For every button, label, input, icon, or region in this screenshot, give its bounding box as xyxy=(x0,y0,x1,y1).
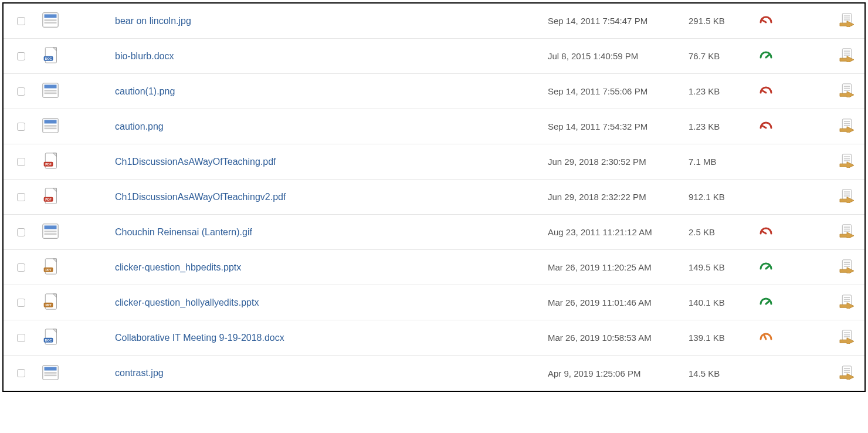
accessibility-gauge-icon[interactable] xyxy=(759,224,773,240)
file-modified: Sep 14, 2011 7:55:06 PM xyxy=(548,86,689,96)
file-row: bear on lincoln.jpgSep 14, 2011 7:54:47 … xyxy=(4,4,864,39)
svg-line-2 xyxy=(762,91,766,93)
file-size: 140.1 KB xyxy=(689,297,759,307)
pptx-file-icon xyxy=(42,258,59,276)
row-checkbox[interactable] xyxy=(17,17,25,25)
file-size: 1.23 KB xyxy=(689,121,759,131)
docx-file-icon xyxy=(42,329,59,347)
alternative-formats-icon[interactable] xyxy=(839,330,855,346)
file-name-link[interactable]: Chouchin Reinensai (Lantern).gif xyxy=(115,227,252,237)
row-checkbox[interactable] xyxy=(17,193,25,201)
row-checkbox[interactable] xyxy=(17,334,25,342)
file-size: 912.1 KB xyxy=(689,192,759,202)
file-modified: Apr 9, 2019 1:25:06 PM xyxy=(548,368,689,378)
row-checkbox[interactable] xyxy=(17,87,25,96)
alternative-formats-icon[interactable] xyxy=(839,48,855,64)
file-modified: Mar 26, 2019 11:01:46 AM xyxy=(548,297,689,307)
accessibility-gauge-icon[interactable] xyxy=(759,295,773,310)
image-file-icon xyxy=(42,117,59,136)
file-name-link[interactable]: contrast.jpg xyxy=(115,368,164,378)
file-row: Ch1DiscussionAsAWayOfTeaching.pdfJun 29,… xyxy=(4,144,864,180)
row-checkbox[interactable] xyxy=(17,369,25,377)
file-modified: Jun 29, 2018 2:30:52 PM xyxy=(548,157,689,167)
accessibility-gauge-icon[interactable] xyxy=(759,330,773,346)
image-file-icon xyxy=(42,364,59,383)
file-modified: Jul 8, 2015 1:40:59 PM xyxy=(548,51,689,61)
file-name-link[interactable]: bear on lincoln.jpg xyxy=(115,16,191,26)
file-name-link[interactable]: caution(1).png xyxy=(115,86,175,96)
file-row: clicker-question_hbpedits.pptxMar 26, 20… xyxy=(4,250,864,285)
file-name-link[interactable]: bio-blurb.docx xyxy=(115,51,174,61)
accessibility-gauge-icon[interactable] xyxy=(759,259,773,275)
image-file-icon xyxy=(42,12,59,30)
accessibility-gauge-icon[interactable] xyxy=(759,48,773,64)
alternative-formats-icon[interactable] xyxy=(839,295,855,310)
file-modified: Sep 14, 2011 7:54:47 PM xyxy=(548,16,689,26)
file-row: Ch1DiscussionAsAWayOfTeachingv2.pdfJun 2… xyxy=(4,180,864,215)
alternative-formats-icon[interactable] xyxy=(839,119,855,134)
file-modified: Mar 26, 2019 10:58:53 AM xyxy=(548,333,689,343)
row-checkbox[interactable] xyxy=(17,263,25,272)
file-row: bio-blurb.docxJul 8, 2015 1:40:59 PM76.7… xyxy=(4,39,864,74)
svg-line-4 xyxy=(762,232,766,234)
file-name-link[interactable]: Collaborative IT Meeting 9-19-2018.docx xyxy=(115,333,284,343)
file-list-panel: bear on lincoln.jpgSep 14, 2011 7:54:47 … xyxy=(2,2,866,392)
pdf-file-icon xyxy=(42,153,59,171)
file-size: 14.5 KB xyxy=(689,368,759,378)
file-modified: Sep 14, 2011 7:54:32 PM xyxy=(548,121,689,131)
alternative-formats-icon[interactable] xyxy=(839,154,855,170)
file-name-link[interactable]: Ch1DiscussionAsAWayOfTeachingv2.pdf xyxy=(115,192,286,202)
file-size: 1.23 KB xyxy=(689,86,759,96)
image-file-icon xyxy=(42,82,59,100)
file-row: clicker-question_hollyallyedits.pptxMar … xyxy=(4,285,864,320)
file-size: 76.7 KB xyxy=(689,51,759,61)
pdf-file-icon xyxy=(42,188,59,206)
file-modified: Mar 26, 2019 11:20:25 AM xyxy=(548,262,689,272)
file-modified: Jun 29, 2018 2:32:22 PM xyxy=(548,192,689,202)
file-row: caution(1).pngSep 14, 2011 7:55:06 PM1.2… xyxy=(4,74,864,109)
alternative-formats-icon[interactable] xyxy=(839,224,855,240)
svg-line-0 xyxy=(762,21,766,23)
accessibility-gauge-icon[interactable] xyxy=(759,119,773,134)
file-name-link[interactable]: clicker-question_hbpedits.pptx xyxy=(115,262,241,272)
row-checkbox[interactable] xyxy=(17,52,25,60)
row-checkbox[interactable] xyxy=(17,228,25,236)
file-row: Collaborative IT Meeting 9-19-2018.docxM… xyxy=(4,320,864,356)
accessibility-gauge-icon[interactable] xyxy=(759,83,773,99)
file-row: caution.pngSep 14, 2011 7:54:32 PM1.23 K… xyxy=(4,109,864,144)
alternative-formats-icon[interactable] xyxy=(839,13,855,29)
file-row: Chouchin Reinensai (Lantern).gifAug 23, … xyxy=(4,215,864,250)
pptx-file-icon xyxy=(42,293,59,312)
alternative-formats-icon[interactable] xyxy=(839,83,855,99)
alternative-formats-icon[interactable] xyxy=(839,366,855,381)
row-checkbox[interactable] xyxy=(17,299,25,307)
svg-line-7 xyxy=(764,336,766,339)
docx-file-icon xyxy=(42,47,59,65)
svg-line-1 xyxy=(766,55,769,57)
file-size: 139.1 KB xyxy=(689,333,759,343)
accessibility-gauge-icon[interactable] xyxy=(759,13,773,29)
file-name-link[interactable]: clicker-question_hollyallyedits.pptx xyxy=(115,297,259,307)
file-name-link[interactable]: caution.png xyxy=(115,121,164,131)
file-modified: Aug 23, 2011 11:21:12 AM xyxy=(548,227,689,237)
file-row: contrast.jpgApr 9, 2019 1:25:06 PM14.5 K… xyxy=(4,356,864,391)
file-size: 2.5 KB xyxy=(689,227,759,237)
alternative-formats-icon[interactable] xyxy=(839,189,855,205)
file-name-link[interactable]: Ch1DiscussionAsAWayOfTeaching.pdf xyxy=(115,157,276,167)
svg-line-6 xyxy=(766,302,769,304)
alternative-formats-icon[interactable] xyxy=(839,259,855,275)
file-size: 291.5 KB xyxy=(689,16,759,26)
file-size: 7.1 MB xyxy=(689,157,759,167)
row-checkbox[interactable] xyxy=(17,158,25,166)
file-size: 149.5 KB xyxy=(689,262,759,272)
svg-line-5 xyxy=(766,266,769,269)
image-file-icon xyxy=(42,223,59,241)
svg-line-3 xyxy=(762,126,766,128)
row-checkbox[interactable] xyxy=(17,123,25,131)
